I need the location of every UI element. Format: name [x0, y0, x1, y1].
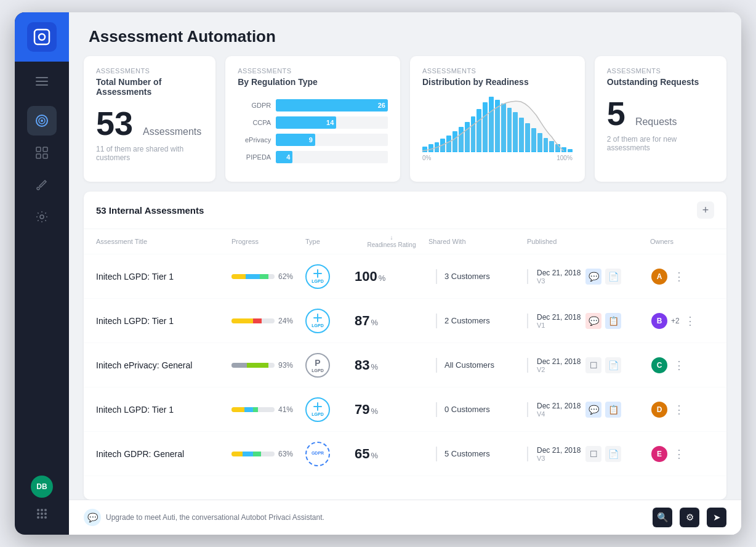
sidebar-item-settings[interactable]	[27, 202, 57, 232]
owners-1: A ⋮	[650, 267, 724, 286]
stat-label-outstanding: Assessments	[607, 67, 714, 75]
svg-rect-8	[36, 147, 41, 152]
shared-2: 2 Customers	[428, 314, 527, 328]
pub-icons-5: ☐ 📄	[585, 446, 621, 462]
shared-4: 0 Customers	[428, 402, 527, 417]
file-icon-5a[interactable]: ☐	[585, 446, 601, 462]
bar-label-ccpa: CCPA	[238, 119, 271, 126]
bar-row-gdpr: GDPR 26	[238, 99, 388, 111]
file-icon-2[interactable]: 📋	[605, 313, 621, 329]
file-icon-3a[interactable]: ☐	[585, 357, 601, 373]
file-icon-5b[interactable]: 📄	[605, 446, 621, 462]
type-badge-3: P LGPD	[305, 353, 330, 378]
stat-card-distribution: Assessments Distribution by Readiness	[410, 56, 585, 182]
svg-rect-10	[36, 154, 41, 158]
assessments-table: 53 Internal Assessments + Assessment Tit…	[84, 192, 726, 500]
readiness-5: 65 %	[355, 446, 428, 462]
bar-fill-eprivacy: 9	[276, 134, 315, 146]
type-badge-2: LGPD	[305, 309, 330, 333]
col-progress: Progress	[231, 234, 305, 249]
stats-row: Assessments Total Number of Assessments …	[69, 56, 741, 192]
sidebar-item-grid[interactable]	[27, 138, 57, 168]
owners-4: D ⋮	[650, 400, 724, 419]
bar-label-pipeda: PIPEDA	[238, 153, 271, 161]
menu-toggle[interactable]	[15, 67, 69, 96]
assessment-title-2: Initech LGPD: Tier 1	[96, 316, 231, 326]
readiness-3: 83 %	[355, 357, 428, 373]
user-avatar[interactable]: DB	[31, 476, 53, 498]
file-icon-4[interactable]: 📋	[605, 402, 621, 418]
sidebar-item-radar[interactable]	[27, 106, 57, 136]
sidebar-item-tools[interactable]	[27, 170, 57, 200]
app-logo	[27, 22, 57, 52]
svg-point-12	[37, 187, 39, 190]
svg-rect-2	[36, 77, 48, 78]
bar-value-ccpa: 14	[326, 119, 334, 126]
owner-avatar-3: C	[650, 356, 669, 375]
bar-label-gdpr: GDPR	[238, 102, 271, 109]
svg-point-19	[44, 513, 47, 515]
filter-icon-btn[interactable]: ⚙	[680, 508, 699, 527]
owners-5: E ⋮	[650, 445, 724, 463]
stat-sub-total: 11 of them are shared with customers	[96, 145, 203, 162]
sidebar-logo	[15, 12, 69, 62]
file-icon-1[interactable]: 📄	[605, 269, 621, 285]
owners-3: C ⋮	[650, 356, 724, 375]
bar-track-gdpr: 26	[276, 99, 388, 111]
progress-2: 24%	[231, 317, 305, 325]
stat-sub-outstanding: 2 of them are for new assessments	[607, 135, 714, 152]
assessment-title-1: Initech LGPD: Tier 1	[96, 272, 231, 282]
pub-icons-4: 💬 📋	[585, 402, 621, 418]
stat-card-total: Assessments Total Number of Assessments …	[84, 56, 215, 182]
add-assessment-button[interactable]: +	[697, 201, 714, 219]
table-header: 53 Internal Assessments +	[84, 192, 726, 229]
published-4: Dec 21, 2018 V4 💬 📋	[527, 402, 650, 418]
sidebar-nav	[27, 96, 57, 476]
page-header: Assessment Automation	[69, 12, 741, 56]
upgrade-text: Upgrade to meet Auti, the conversational…	[106, 513, 324, 522]
svg-rect-4	[36, 84, 48, 86]
bar-row-pipeda: PIPEDA 4	[238, 151, 388, 163]
table-row: Initech GDPR: General 63% GDPR 65 %	[84, 432, 726, 476]
readiness-2: 87 %	[355, 313, 428, 329]
shared-3: All Customers	[428, 358, 527, 373]
svg-point-16	[44, 509, 47, 511]
row-more-5[interactable]: ⋮	[674, 447, 685, 461]
row-more-1[interactable]: ⋮	[674, 270, 685, 283]
stat-title-outstanding: Outstanding Requests	[607, 77, 714, 87]
apps-icon[interactable]	[31, 503, 53, 525]
row-more-4[interactable]: ⋮	[674, 403, 685, 416]
hist-axis-start: 0%	[422, 155, 431, 161]
svg-point-21	[41, 516, 43, 519]
chat-icon-4[interactable]: 💬	[585, 402, 601, 418]
table-row: Initech ePrivacy: General 93% P LGPD 83 …	[84, 343, 726, 387]
progress-track-2	[231, 318, 275, 323]
owner-extra-2: +2	[671, 317, 680, 325]
svg-point-22	[44, 516, 47, 519]
row-more-3[interactable]: ⋮	[674, 359, 685, 372]
readiness-1: 100 %	[355, 269, 428, 285]
upgrade-message: 💬 Upgrade to meet Auti, the conversation…	[84, 509, 324, 526]
svg-rect-0	[34, 30, 49, 44]
progress-pct-2: 24%	[278, 317, 293, 325]
chat-icon-1[interactable]: 💬	[585, 269, 601, 285]
svg-rect-11	[43, 154, 47, 158]
arrow-icon-btn[interactable]: ➤	[707, 508, 726, 527]
svg-point-18	[41, 513, 43, 515]
app-frame: DB Assessment Automation	[15, 12, 741, 535]
histogram-axis: 0% 100%	[422, 155, 573, 161]
main-content: Assessment Automation Assessments Total …	[69, 12, 741, 535]
svg-point-15	[41, 509, 43, 511]
file-icon-3b[interactable]: 📄	[605, 357, 621, 373]
histogram-chart	[422, 97, 573, 152]
stat-title-total: Total Number of Assessments	[96, 77, 203, 97]
search-icon-btn[interactable]: 🔍	[653, 508, 672, 527]
svg-point-13	[40, 215, 44, 219]
chat-icon-2[interactable]: 💬	[585, 313, 601, 329]
shared-1: 3 Customers	[428, 269, 527, 284]
stat-title-dist: Distribution by Readiness	[422, 77, 573, 87]
svg-rect-9	[43, 147, 47, 152]
row-more-2[interactable]: ⋮	[685, 314, 696, 328]
col-shared: Shared With	[428, 234, 527, 249]
assessment-title-4: Initech LGPD: Tier 1	[96, 405, 231, 415]
